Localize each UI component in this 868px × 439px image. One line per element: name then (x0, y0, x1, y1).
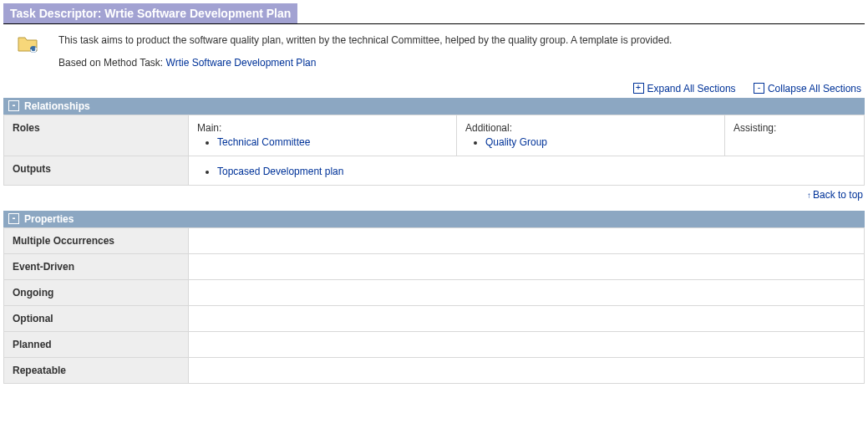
based-on-label: Based on Method Task: (58, 57, 166, 69)
prop-multiple-occurrences: Multiple Occurrences (4, 227, 189, 253)
table-row: Multiple Occurrences (4, 227, 865, 253)
quality-group-link[interactable]: Quality Group (485, 136, 547, 148)
prop-ongoing: Ongoing (4, 279, 189, 305)
technical-committee-link[interactable]: Technical Committee (217, 136, 310, 148)
page-title: Task Descriptor: Wrtie Software Developm… (3, 3, 297, 23)
relationships-header[interactable]: - Relationships (3, 98, 865, 115)
prop-repeatable: Repeatable (4, 357, 189, 383)
summary-description: This task aims to product the software q… (58, 33, 860, 48)
task-descriptor-icon (8, 33, 58, 57)
prop-optional: Optional (4, 305, 189, 331)
arrow-up-icon: ↑ (807, 191, 811, 200)
table-row: Event-Driven (4, 253, 865, 279)
table-row: Optional (4, 305, 865, 331)
properties-table: Multiple Occurrences Event-Driven Ongoin… (3, 227, 865, 384)
outputs-label: Outputs (4, 156, 189, 185)
table-row: Roles Main: Technical Committee Addition… (4, 115, 865, 156)
expand-icon: + (633, 83, 644, 94)
summary-block: This task aims to product the software q… (3, 33, 865, 79)
collapse-all-button[interactable]: - Collapse All Sections (754, 83, 861, 94)
based-on-link[interactable]: Wrtie Software Development Plan (166, 57, 317, 69)
topcased-plan-link[interactable]: Topcased Development plan (217, 166, 343, 177)
relationships-table: Roles Main: Technical Committee Addition… (3, 115, 865, 186)
table-row: Outputs Topcased Development plan (4, 156, 865, 185)
table-row: Repeatable (4, 357, 865, 383)
prop-event-driven: Event-Driven (4, 253, 189, 279)
roles-label: Roles (4, 115, 189, 156)
expand-all-button[interactable]: + Expand All Sections (633, 83, 736, 94)
collapse-icon: - (754, 83, 764, 94)
assisting-label: Assisting: (733, 122, 855, 134)
back-to-top-link[interactable]: ↑Back to top (807, 189, 863, 201)
minus-icon: - (8, 213, 19, 224)
table-row: Planned (4, 331, 865, 357)
table-row: Ongoing (4, 279, 865, 305)
properties-header[interactable]: - Properties (3, 211, 865, 227)
additional-label: Additional: (465, 122, 716, 134)
prop-planned: Planned (4, 331, 189, 357)
minus-icon: - (8, 100, 19, 111)
main-label: Main: (197, 122, 448, 134)
